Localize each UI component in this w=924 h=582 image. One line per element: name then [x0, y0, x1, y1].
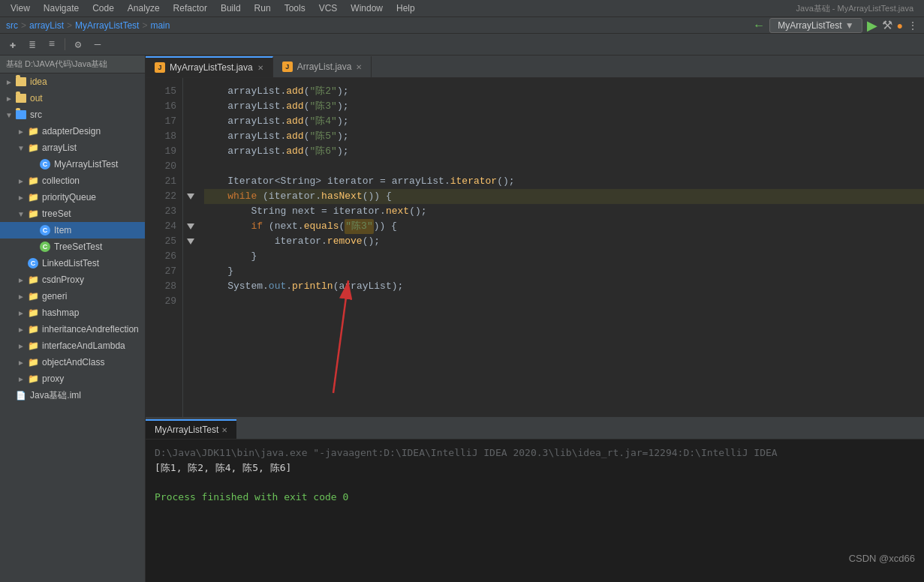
tree-label-collection: collection	[42, 176, 80, 186]
project-tree: ► idea ► out ▼ src ►	[0, 74, 145, 582]
bottom-tab-bar: MyArrayListTest ✕	[146, 418, 924, 440]
tree-treesettest[interactable]: C TreeSetTest	[0, 238, 145, 255]
chevron-right-icon: ►	[15, 307, 27, 319]
console-tab-label: MyArrayListTest	[155, 424, 218, 435]
tree-collection[interactable]: ► 📁 collection	[0, 172, 145, 189]
debug-button[interactable]: ●	[897, 20, 903, 32]
gutter-24	[185, 219, 196, 234]
src-icon	[15, 109, 27, 121]
file-icon: 📄	[15, 389, 27, 401]
package-icon: 📁	[27, 125, 39, 137]
run-back-icon[interactable]: ←	[753, 19, 765, 32]
package-icon: 📁	[27, 373, 39, 385]
chevron-right-icon: ►	[15, 125, 27, 137]
tree-out[interactable]: ► out	[0, 90, 145, 106]
package-icon: 📁	[27, 340, 39, 352]
tree-inheritance[interactable]: ► 📁 inheritanceAndreflection	[0, 321, 145, 338]
line-num-18: 18	[146, 129, 182, 144]
sidebar: 基础 D:\JAVA代码\Java基础 ► idea ► out ▼	[0, 56, 146, 582]
tree-adapterdesign[interactable]: ► 📁 adapterDesign	[0, 123, 145, 140]
menu-build[interactable]: Build	[215, 2, 247, 15]
tab-console[interactable]: MyArrayListTest ✕	[146, 419, 236, 439]
menu-code[interactable]: Code	[86, 2, 120, 15]
close-console-icon[interactable]: ✕	[221, 426, 227, 434]
menu-navigate[interactable]: Navigate	[38, 2, 85, 15]
menu-refactor[interactable]: Refactor	[167, 2, 213, 15]
chevron-right-icon: ►	[3, 92, 15, 104]
tree-label-hashmap: hashmap	[42, 308, 79, 318]
code-line-28: System.out.println(arrayList);	[204, 279, 924, 294]
tree-src[interactable]: ▼ src	[0, 106, 145, 123]
code-line-21: Iterator<String> iterator = arrayList.it…	[204, 174, 924, 189]
java-file-icon: J	[282, 62, 293, 72]
tree-generi[interactable]: ► 📁 generi	[0, 288, 145, 304]
code-content[interactable]: arrayList.add("陈2"); arrayList.add("陈3")…	[198, 78, 924, 417]
class-icon: C	[27, 257, 39, 269]
run-config-dropdown-icon[interactable]: ▼	[845, 20, 854, 31]
breadcrumb-src[interactable]: src	[6, 20, 18, 31]
toolbar-btn-1[interactable]: ✚	[5, 36, 21, 52]
tree-csdnproxy[interactable]: ► 📁 csdnProxy	[0, 272, 145, 288]
menu-help[interactable]: Help	[390, 2, 421, 15]
package-icon: 📁	[27, 142, 39, 154]
more-button[interactable]: ⋮	[907, 20, 918, 32]
breadcrumb-method[interactable]: main	[150, 20, 170, 31]
line-num-25: 25	[146, 234, 182, 249]
tree-interface[interactable]: ► 📁 interfaceAndLambda	[0, 338, 145, 354]
code-editor[interactable]: 15 16 17 18 19 20 21 22 23 24 25 26 27 2…	[146, 78, 924, 417]
tree-hashmap[interactable]: ► 📁 hashmap	[0, 304, 145, 321]
tree-myarraylisttest[interactable]: C MyArrayListTest	[0, 156, 145, 172]
tree-label-myarraylisttest: MyArrayListTest	[54, 159, 118, 170]
chevron-right-icon: ►	[15, 373, 27, 385]
close-tab-icon[interactable]: ✕	[257, 64, 263, 72]
code-line-19: arrayList.add("陈6");	[204, 144, 924, 159]
menu-view[interactable]: View	[5, 2, 36, 15]
line-num-17: 17	[146, 114, 182, 129]
menu-window[interactable]: Window	[345, 2, 389, 15]
tree-label-interface: interfaceAndLambda	[42, 340, 125, 351]
run-config-selector[interactable]: MyArrayListTest ▼	[769, 18, 862, 33]
main-area: 基础 D:\JAVA代码\Java基础 ► idea ► out ▼	[0, 56, 924, 582]
tab-label-arraylist: ArrayList.java	[297, 62, 352, 72]
tree-label-idea: idea	[30, 76, 47, 87]
package-icon: 📁	[27, 208, 39, 220]
menu-tools[interactable]: Tools	[278, 2, 312, 15]
tree-idea[interactable]: ► idea	[0, 74, 145, 90]
breadcrumb-arraylist[interactable]: arrayList	[29, 20, 64, 31]
chevron-right-icon: ►	[15, 191, 27, 203]
tree-item-item[interactable]: C Item	[0, 222, 145, 238]
no-arrow	[27, 241, 39, 253]
code-line-20	[204, 159, 924, 174]
no-arrow	[27, 158, 39, 170]
tree-label-item: Item	[54, 225, 71, 236]
tab-arraylist[interactable]: J ArrayList.java ✕	[273, 56, 372, 77]
menu-run[interactable]: Run	[248, 2, 277, 15]
editor-wrapper: J MyArrayListTest.java ✕ J ArrayList.jav…	[146, 56, 924, 582]
menu-vcs[interactable]: VCS	[313, 2, 344, 15]
code-line-26: }	[204, 249, 924, 264]
tree-objectandclass[interactable]: ► 📁 objectAndClass	[0, 354, 145, 370]
build-button[interactable]: ⚒	[882, 18, 892, 32]
menu-analyze[interactable]: Analyze	[122, 2, 166, 15]
tab-myarraylisttest[interactable]: J MyArrayListTest.java ✕	[146, 56, 273, 77]
breadcrumb-class[interactable]: MyArrayListTest	[75, 20, 139, 31]
run-button[interactable]: ▶	[867, 17, 877, 34]
close-tab-icon[interactable]: ✕	[356, 63, 362, 71]
chevron-right-icon: ►	[3, 76, 15, 88]
toolbar-settings[interactable]: ⚙	[70, 36, 86, 52]
code-line-29	[204, 294, 924, 309]
tree-linkedlisttest[interactable]: C LinkedListTest	[0, 255, 145, 272]
console-line-2	[155, 475, 915, 490]
tree-treeset[interactable]: ▼ 📁 treeSet	[0, 206, 145, 222]
tree-iml[interactable]: 📄 Java基础.iml	[0, 387, 145, 404]
package-icon: 📁	[27, 323, 39, 335]
tree-priorityqueue[interactable]: ► 📁 priorityQueue	[0, 189, 145, 206]
line-num-29: 29	[146, 294, 182, 309]
toolbar-btn-2[interactable]: ≣	[24, 36, 41, 52]
project-path: 基础 D:\JAVA代码\Java基础	[0, 56, 145, 74]
tree-arraylist[interactable]: ▼ 📁 arrayList	[0, 140, 145, 156]
toolbar-minimize[interactable]: —	[89, 36, 106, 52]
toolbar-btn-3[interactable]: ≡	[44, 36, 60, 52]
tree-label-inheritance: inheritanceAndreflection	[42, 324, 139, 334]
tree-proxy[interactable]: ► 📁 proxy	[0, 370, 145, 387]
